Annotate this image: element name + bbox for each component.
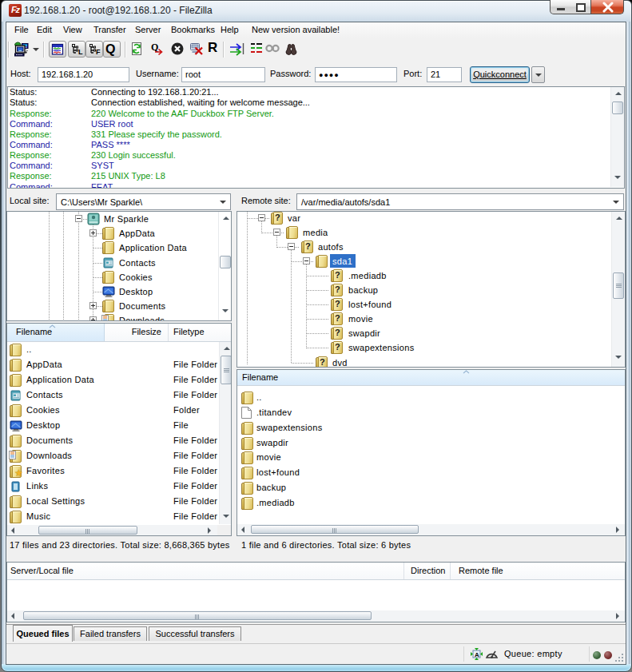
svg-text:A: A xyxy=(475,651,479,658)
svg-text:L: L xyxy=(78,48,83,56)
svg-text:Q: Q xyxy=(151,42,158,53)
svg-text:F: F xyxy=(96,48,101,56)
